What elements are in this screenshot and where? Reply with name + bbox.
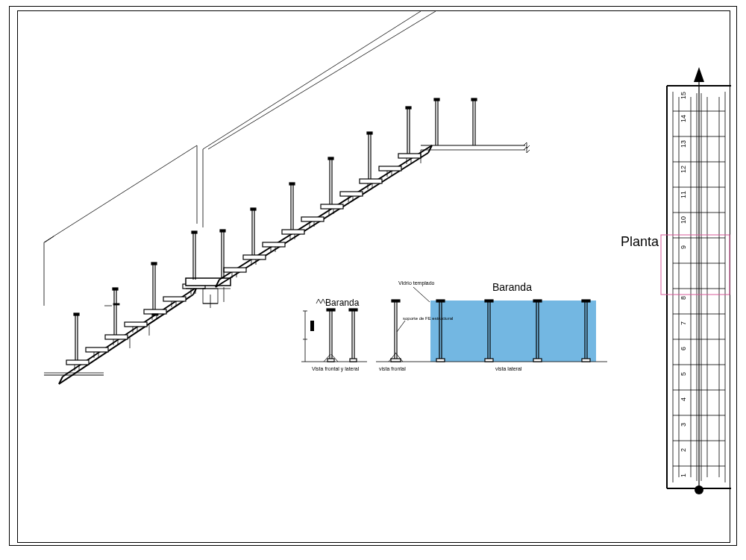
svg-text:6: 6 — [680, 347, 687, 350]
svg-line-68 — [208, 11, 436, 149]
svg-rect-143 — [533, 300, 542, 302]
svg-text:1: 1 — [680, 474, 687, 477]
post-note: soporte de FE estructural — [403, 316, 453, 321]
svg-rect-116 — [310, 321, 314, 331]
svg-rect-101 — [367, 132, 372, 134]
svg-rect-99 — [289, 183, 295, 185]
svg-rect-103 — [434, 98, 439, 101]
plan-view: Planta — [621, 67, 731, 494]
svg-line-132 — [397, 321, 405, 332]
svg-rect-7 — [86, 347, 108, 352]
railing-detail-small: Baranda — [301, 298, 367, 372]
svg-rect-144 — [533, 359, 542, 362]
svg-point-177 — [695, 485, 703, 494]
svg-rect-104 — [471, 98, 477, 101]
svg-rect-11 — [163, 297, 186, 301]
svg-text:9: 9 — [680, 245, 687, 249]
glass-note: Vidrio templado — [398, 280, 435, 286]
svg-rect-97 — [220, 230, 225, 232]
svg-rect-136 — [436, 359, 445, 362]
svg-text:5: 5 — [680, 372, 687, 376]
drawing-canvas: Baranda — [18, 11, 731, 544]
svg-rect-129 — [392, 300, 400, 302]
svg-text:11: 11 — [680, 191, 687, 198]
svg-rect-41 — [340, 192, 363, 196]
svg-line-131 — [413, 287, 430, 302]
guardrail-posts — [74, 98, 477, 360]
svg-rect-125 — [430, 301, 596, 362]
svg-rect-148 — [582, 359, 590, 362]
svg-rect-120 — [327, 359, 334, 362]
svg-text:15: 15 — [680, 92, 687, 99]
svg-text:14: 14 — [680, 115, 687, 122]
railing-view-lateral: vista lateral — [495, 366, 522, 371]
svg-marker-176 — [694, 67, 704, 82]
railing-detail-glass: Baranda Vidrio templado soporte de FE es… — [376, 280, 607, 371]
svg-rect-119 — [327, 309, 335, 311]
svg-rect-147 — [582, 300, 590, 302]
svg-rect-109 — [152, 314, 158, 315]
svg-rect-42 — [360, 179, 382, 183]
svg-rect-10 — [144, 309, 166, 314]
svg-rect-108 — [113, 303, 119, 305]
svg-rect-100 — [328, 157, 333, 160]
railing-label-1: Baranda — [325, 298, 360, 308]
svg-rect-102 — [406, 107, 411, 109]
svg-rect-44 — [398, 154, 421, 158]
svg-rect-43 — [379, 166, 401, 171]
svg-rect-95 — [151, 262, 157, 265]
svg-rect-124 — [350, 359, 357, 362]
svg-rect-39 — [301, 217, 324, 221]
svg-rect-93 — [74, 313, 79, 315]
railing-view-side: Vista frontal y lateral — [312, 366, 360, 372]
svg-rect-37 — [263, 242, 285, 247]
railing-view-frontal: vista frontal — [379, 366, 406, 371]
plan-title: Planta — [621, 234, 659, 249]
svg-rect-96 — [192, 231, 197, 233]
svg-text:12: 12 — [680, 166, 687, 173]
svg-rect-135 — [436, 300, 445, 302]
svg-rect-130 — [391, 359, 401, 362]
svg-text:4: 4 — [680, 397, 687, 401]
svg-text:7: 7 — [680, 321, 687, 325]
drawing-frame-outer: Baranda — [9, 6, 737, 546]
svg-rect-8 — [105, 335, 128, 339]
svg-rect-40 — [321, 204, 343, 209]
svg-rect-36 — [243, 255, 266, 259]
railing-label-2: Baranda — [492, 281, 532, 293]
svg-rect-140 — [485, 359, 493, 362]
svg-rect-6 — [66, 360, 89, 365]
svg-rect-9 — [125, 322, 147, 327]
svg-rect-35 — [224, 268, 246, 272]
svg-rect-38 — [282, 230, 304, 234]
upper-flight — [224, 154, 421, 278]
plan-step-numbers: 1 2 3 4 5 6 7 8 9 10 11 12 13 14 15 — [680, 92, 687, 477]
svg-rect-123 — [349, 309, 357, 311]
svg-rect-94 — [113, 288, 118, 290]
svg-text:8: 8 — [680, 296, 687, 300]
svg-rect-98 — [251, 208, 256, 210]
svg-rect-139 — [485, 300, 493, 302]
svg-text:13: 13 — [680, 140, 687, 148]
svg-text:3: 3 — [680, 423, 687, 427]
svg-text:2: 2 — [680, 448, 687, 452]
svg-text:10: 10 — [680, 216, 687, 224]
drawing-frame-inner: Baranda — [17, 10, 730, 543]
